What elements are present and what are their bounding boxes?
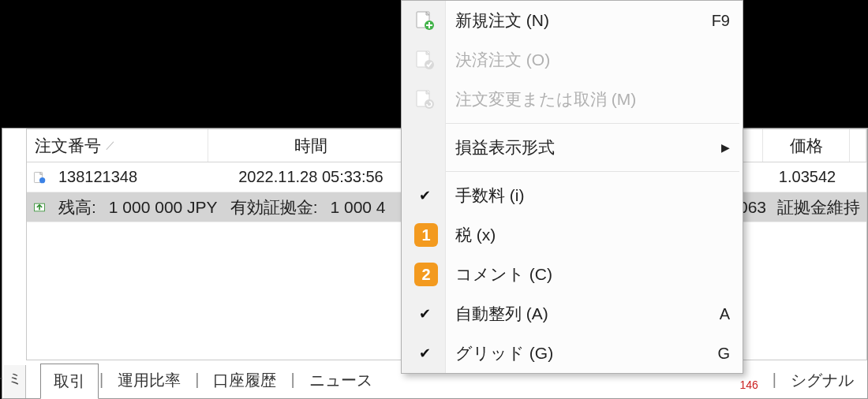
menu-new-order-shortcut: F9 <box>712 12 730 30</box>
tab-news[interactable]: ニュース <box>296 363 386 398</box>
order-extra <box>851 174 866 181</box>
balance-value: 1 000 000 JPY <box>103 195 224 220</box>
tab-history[interactable]: 口座履歴 <box>200 363 290 398</box>
sort-asc-icon: ／ <box>106 139 115 152</box>
col-price[interactable]: 価格 <box>763 129 850 162</box>
close-order-icon <box>413 48 436 72</box>
tab-news-label: ニュース <box>309 370 372 391</box>
badge-1-icon: 1 <box>414 223 438 247</box>
col-order-number-label: 注文番号 <box>35 135 101 157</box>
col-price-label: 価格 <box>790 135 823 157</box>
menu-pnl-format-label: 損益表示形式 <box>455 136 555 158</box>
menu-new-order[interactable]: 新規注文 (N) F9 <box>402 1 743 40</box>
col-time-label: 時間 <box>294 135 327 157</box>
tab-ratio[interactable]: 運用比率 <box>104 363 194 398</box>
tab-signal-label: シグナル <box>791 370 854 391</box>
new-order-icon <box>413 9 436 32</box>
tab-ratio-label: 運用比率 <box>118 370 181 391</box>
tab-badge-count: 146 <box>739 378 758 391</box>
col-extra[interactable] <box>850 129 866 162</box>
menu-close-order-label: 決済注文 (O) <box>455 49 550 71</box>
menu-sep-2 <box>446 171 739 172</box>
tab-signal[interactable]: シグナル <box>777 363 867 398</box>
tab-sep-1: | <box>99 364 104 395</box>
menu-modify-order-label: 注文変更または取消 (M) <box>455 88 636 110</box>
menu-tax[interactable]: 1 税 (x) <box>402 215 743 255</box>
menu-grid-label: グリッド (G) <box>455 342 553 364</box>
menu-grid[interactable]: ✔ グリッド (G) G <box>402 334 743 373</box>
svg-point-1 <box>39 177 45 183</box>
menu-pnl-format[interactable]: 損益表示形式 ▶ <box>402 128 743 167</box>
menu-auto-arrange-label: 自動整列 (A) <box>455 303 548 325</box>
tab-sep-4: | <box>772 364 777 395</box>
tab-trade[interactable]: 取引 <box>40 364 99 399</box>
menu-new-order-label: 新規注文 (N) <box>455 9 549 32</box>
tab-sep-3: | <box>290 364 295 395</box>
equity-value: 1 000 4 <box>324 195 391 220</box>
order-price: 1.03542 <box>764 165 851 189</box>
modify-order-icon <box>413 88 436 111</box>
balance-extra2: 証拠金維持 <box>771 193 866 222</box>
check-icon: ✔ <box>419 305 431 323</box>
menu-auto-arrange-shortcut: A <box>720 305 730 323</box>
menu-grid-shortcut: G <box>717 345 730 363</box>
balance-label: 残高: <box>52 193 103 222</box>
tab-history-label: 口座履歴 <box>213 370 276 391</box>
balance-row-icon <box>27 196 52 218</box>
context-menu: 新規注文 (N) F9 決済注文 (O) 注文変更または取消 (M) 損益表示 <box>401 0 743 374</box>
menu-commission-label: 手数料 (i) <box>455 185 525 207</box>
menu-comment[interactable]: 2 コメント (C) <box>402 255 743 294</box>
col-order-number[interactable]: 注文番号 ／ <box>27 129 208 162</box>
equity-label: 有効証拠金: <box>224 193 324 222</box>
menu-auto-arrange[interactable]: ✔ 自動整列 (A) A <box>402 294 743 334</box>
tab-sep-2: | <box>194 364 200 395</box>
menu-commission[interactable]: ✔ 手数料 (i) <box>402 176 743 215</box>
menu-close-order: 決済注文 (O) <box>402 40 743 80</box>
menu-modify-order: 注文変更または取消 (M) <box>402 80 743 119</box>
check-icon: ✔ <box>419 345 431 362</box>
menu-tax-label: 税 (x) <box>455 224 496 246</box>
submenu-arrow-icon: ▶ <box>721 141 730 154</box>
check-icon: ✔ <box>419 187 431 204</box>
tab-badge[interactable]: 146 <box>726 371 771 398</box>
order-row-icon <box>27 166 52 189</box>
order-id: 138121348 <box>52 165 208 189</box>
col-time[interactable]: 時間 <box>208 129 413 162</box>
menu-comment-label: コメント (C) <box>455 263 552 285</box>
menu-sep-1 <box>446 123 739 124</box>
svg-point-8 <box>425 99 434 109</box>
order-time: 2022.11.28 05:33:56 <box>208 165 413 189</box>
terminal-vertical-label: ターミナル <box>4 365 26 398</box>
tab-trade-label: 取引 <box>54 371 85 392</box>
badge-2-icon: 2 <box>414 263 438 286</box>
